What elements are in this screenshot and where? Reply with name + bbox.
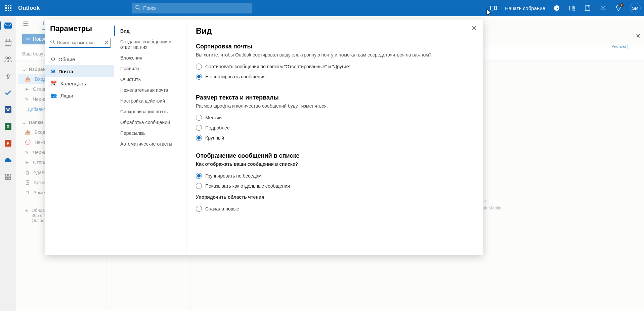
- settings-title: Параметры: [45, 24, 114, 38]
- hamburger-icon[interactable]: ☰: [23, 20, 29, 28]
- sub-view[interactable]: Вид: [114, 26, 186, 36]
- settings-cat-people[interactable]: 👥Люди: [45, 89, 114, 102]
- svg-rect-32: [9, 174, 11, 176]
- radio-icon: [196, 115, 202, 121]
- svg-rect-8: [10, 10, 11, 11]
- chevron-down-icon[interactable]: ⌄: [22, 120, 26, 125]
- svg-rect-6: [5, 10, 7, 11]
- order-opt1[interactable]: Сначала новые: [196, 204, 474, 214]
- svg-rect-34: [9, 178, 11, 180]
- rail-calendar-icon[interactable]: [3, 38, 13, 47]
- rail-onedrive-icon[interactable]: [3, 155, 13, 165]
- archive-icon: 🗄: [25, 180, 30, 185]
- sub-rules[interactable]: Правила: [114, 63, 186, 74]
- search-input[interactable]: [143, 5, 249, 11]
- cat-label: Календарь: [60, 81, 86, 86]
- skype-icon[interactable]: S: [553, 4, 561, 12]
- notes-icon[interactable]: [584, 4, 592, 12]
- rail-word-icon[interactable]: W: [3, 105, 13, 114]
- svg-rect-0: [5, 5, 7, 6]
- help-icon[interactable]: 1: [614, 4, 622, 12]
- calendar-icon: 📅: [51, 80, 57, 86]
- folders-header[interactable]: Папки: [29, 120, 43, 125]
- sub-junk[interactable]: Нежелательная почта: [114, 85, 186, 95]
- svg-rect-18: [4, 23, 12, 29]
- sub-handling[interactable]: Обработка сообщений: [114, 117, 186, 128]
- svg-text:W: W: [6, 108, 10, 112]
- svg-rect-4: [8, 7, 9, 9]
- radio-icon: [196, 135, 202, 141]
- sub-sync[interactable]: Синхронизация почты: [114, 106, 186, 117]
- user-avatar[interactable]: SM: [630, 3, 641, 13]
- ad-badge: Реклама: [610, 44, 628, 49]
- svg-point-9: [136, 5, 139, 9]
- sort-opt1[interactable]: Сортировать сообщения по папкам "Отсорти…: [196, 62, 474, 72]
- settings-search-input[interactable]: [49, 38, 111, 48]
- size-opt1[interactable]: Мелкий: [196, 113, 474, 123]
- sub-cleanup[interactable]: Очистить: [114, 74, 186, 85]
- rail-powerpoint-icon[interactable]: P: [3, 139, 13, 148]
- size-opt2[interactable]: Подробнее: [196, 123, 474, 133]
- sub-attachments[interactable]: Вложения: [114, 52, 186, 63]
- close-icon[interactable]: ✕: [471, 24, 477, 32]
- svg-rect-16: [585, 6, 590, 10]
- sub-actions[interactable]: Настройка действий: [114, 95, 186, 106]
- app-name: Outlook: [18, 5, 40, 11]
- rail-apps-icon[interactable]: [3, 172, 13, 182]
- sub-compose[interactable]: Создание сообщений и ответ на них: [114, 36, 186, 52]
- svg-text:P: P: [7, 141, 9, 145]
- radio-icon: [196, 206, 202, 212]
- settings-content: ✕ Вид Сортировка почты Вы хотите, чтобы …: [186, 20, 483, 255]
- size-opt3[interactable]: Крупный: [196, 133, 474, 143]
- svg-point-15: [573, 6, 574, 8]
- chevron-down-icon[interactable]: ⌄: [22, 67, 26, 72]
- svg-rect-7: [8, 10, 9, 11]
- radio-icon: [196, 125, 202, 131]
- trash-icon: 🗑: [25, 170, 30, 175]
- cat-label: Почта: [58, 69, 73, 74]
- settings-cat-mail[interactable]: ✉Почта: [45, 65, 114, 77]
- settings-cat-general[interactable]: ⚙Общие: [45, 53, 114, 65]
- radio-label: Сортировать сообщения по папкам "Отсорти…: [205, 64, 350, 69]
- rail-people-icon[interactable]: [3, 54, 13, 64]
- sort-opt2[interactable]: Не сортировать сообщения: [196, 72, 474, 82]
- rail-todo-icon[interactable]: [3, 88, 13, 98]
- junk-icon: 🚫: [25, 140, 31, 145]
- close-banner-icon[interactable]: ✕: [636, 32, 641, 40]
- svg-line-10: [139, 8, 140, 10]
- rail-excel-icon[interactable]: X: [3, 122, 13, 131]
- svg-text:X: X: [7, 124, 9, 128]
- teams-icon[interactable]: [568, 4, 576, 12]
- topbar: Outlook Начать собрание S 1 SM: [0, 0, 644, 16]
- sub-forwarding[interactable]: Пересылка: [114, 128, 186, 139]
- radio-label: Подробнее: [205, 125, 230, 130]
- radio-label: Показывать как отдельные сообщения: [205, 183, 290, 189]
- start-meeting-button[interactable]: Начать собрание: [505, 5, 545, 11]
- radio-icon: [196, 173, 202, 179]
- app-launcher-icon[interactable]: [3, 3, 13, 13]
- rail-files-icon[interactable]: [3, 71, 13, 81]
- settings-cat-calendar[interactable]: 📅Календарь: [45, 77, 114, 89]
- people-icon: 👥: [51, 92, 57, 99]
- svg-point-35: [51, 40, 54, 43]
- search-icon: [135, 5, 140, 11]
- radio-icon: [196, 183, 202, 189]
- svg-rect-19: [5, 40, 11, 45]
- settings-dialog: Параметры ✕ ⚙Общие ✉Почта 📅Календарь 👥Лю…: [45, 20, 483, 255]
- disp-opt2[interactable]: Показывать как отдельные сообщения: [196, 181, 474, 191]
- order-heading: Упорядочить область чтения: [196, 194, 474, 200]
- search-icon: [50, 40, 55, 46]
- sub-auto[interactable]: Автоматические ответы: [114, 139, 186, 149]
- video-icon[interactable]: [489, 4, 498, 12]
- svg-text:S: S: [555, 6, 558, 10]
- rail-mail-icon[interactable]: [3, 21, 13, 30]
- clear-icon[interactable]: ✕: [104, 39, 109, 46]
- sent-icon: ➤: [25, 160, 29, 165]
- settings-search[interactable]: ✕: [49, 38, 111, 48]
- settings-icon[interactable]: [599, 4, 607, 12]
- settings-categories: Параметры ✕ ⚙Общие ✉Почта 📅Календарь 👥Лю…: [45, 20, 114, 255]
- folder-label: Архив: [34, 180, 47, 185]
- disp-opt1[interactable]: Группировать по беседам: [196, 171, 474, 181]
- svg-rect-31: [5, 174, 7, 176]
- search-box[interactable]: [132, 3, 252, 13]
